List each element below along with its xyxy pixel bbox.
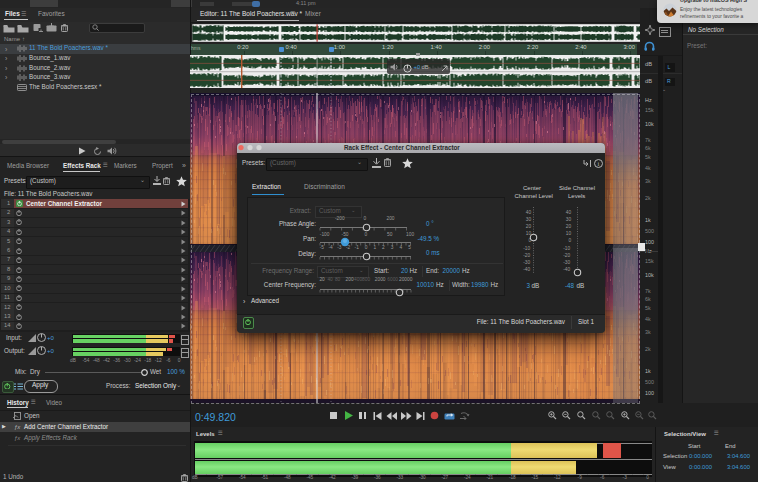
svg-text:i: i (597, 160, 599, 167)
